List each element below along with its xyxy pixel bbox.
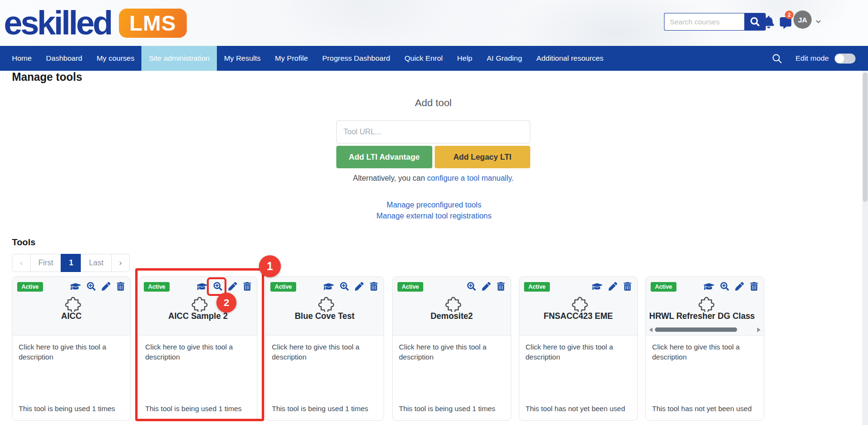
nav-item-dashboard[interactable]: Dashboard <box>39 46 89 71</box>
tool-title[interactable]: Demosite2 <box>393 311 511 321</box>
nav-item-quick-enrol[interactable]: Quick Enrol <box>397 46 450 71</box>
tool-description[interactable]: Click here to give this tool a descripti… <box>399 342 505 362</box>
user-avatar[interactable]: JA <box>793 11 812 29</box>
tool-card: Active Blue Cove Test Click here to give… <box>265 276 384 421</box>
zoom-icon[interactable] <box>340 282 349 291</box>
page-scrollbar-thumb[interactable] <box>863 73 868 202</box>
messages-icon[interactable] <box>780 17 792 31</box>
tool-card-header: Active HRWL Refresher DG Class <box>646 277 764 336</box>
delete-icon[interactable] <box>750 282 758 291</box>
pagination-prev-button[interactable]: ‹ <box>12 254 31 272</box>
configure-tool-manually-link[interactable]: configure a tool manually. <box>427 174 514 182</box>
nav-item-progress-dashboard[interactable]: Progress Dashboard <box>315 46 397 71</box>
tool-card-header: Active FNSACC423 EME <box>519 277 637 336</box>
tool-title[interactable]: Blue Cove Test <box>266 311 384 321</box>
delete-icon[interactable] <box>117 282 125 291</box>
search-input[interactable] <box>664 13 744 31</box>
tool-description[interactable]: Click here to give this tool a descripti… <box>145 342 252 362</box>
tool-card: Active AICC Sample 2 Click here to give … <box>139 276 257 421</box>
tool-usage: This tool has not yet been used <box>652 404 762 413</box>
zoom-icon[interactable] <box>720 282 729 291</box>
manage-preconfigured-tools-link[interactable]: Manage preconfigured tools <box>0 199 868 210</box>
nav-item-my-results[interactable]: My Results <box>217 46 268 71</box>
edit-icon[interactable] <box>228 282 237 291</box>
notifications-bell-icon[interactable] <box>763 16 774 30</box>
delete-icon[interactable] <box>497 282 505 291</box>
eskilled-logo[interactable]: eskilled LMS <box>4 1 187 45</box>
tool-description[interactable]: Click here to give this tool a descripti… <box>525 342 632 362</box>
tools-heading: Tools <box>12 237 35 248</box>
add-tool-section: Add tool Add LTI Advantage Add Legacy LT… <box>336 97 530 183</box>
delete-icon[interactable] <box>623 282 632 291</box>
pagination-last-button[interactable]: Last <box>81 254 111 272</box>
nav-search-icon[interactable] <box>772 54 782 64</box>
scrollbar-thumb[interactable] <box>655 327 737 332</box>
nav-item-help[interactable]: Help <box>450 46 480 71</box>
tool-description[interactable]: Click here to give this tool a descripti… <box>652 342 759 362</box>
course-icon[interactable] <box>70 282 81 291</box>
nav-item-my-profile[interactable]: My Profile <box>268 46 315 71</box>
course-icon[interactable] <box>197 282 207 291</box>
main-navigation: HomeDashboardMy coursesSite administrati… <box>0 46 868 71</box>
edit-icon[interactable] <box>735 282 744 291</box>
add-lti-advantage-button[interactable]: Add LTI Advantage <box>336 146 432 168</box>
puzzle-piece-icon <box>12 292 130 312</box>
course-icon[interactable] <box>704 282 714 291</box>
annotation-step-1: 1 <box>259 255 281 277</box>
tool-title[interactable]: AICC Sample 2 <box>139 311 257 321</box>
course-search <box>664 13 766 31</box>
edit-icon[interactable] <box>102 282 110 291</box>
status-badge: Active <box>651 282 676 292</box>
pagination-next-button[interactable]: › <box>111 254 130 272</box>
tool-url-input[interactable] <box>336 120 530 143</box>
nav-item-home[interactable]: Home <box>5 46 39 71</box>
logo-text: eskilled <box>4 1 111 45</box>
edit-icon[interactable] <box>482 282 491 291</box>
edit-icon[interactable] <box>609 282 617 291</box>
nav-items: HomeDashboardMy coursesSite administrati… <box>5 46 611 71</box>
edit-mode-label: Edit mode <box>795 54 829 63</box>
tool-usage: This tool is being used 1 times <box>399 404 509 413</box>
edit-mode-toggle[interactable] <box>835 54 856 64</box>
status-badge: Active <box>524 282 550 292</box>
page-scrollbar[interactable] <box>862 71 868 425</box>
tool-card: Active FNSACC423 EME Click here to give … <box>519 276 638 421</box>
course-icon[interactable] <box>323 282 334 291</box>
tool-usage: This tool is being used 1 times <box>272 404 382 413</box>
delete-icon[interactable] <box>243 282 251 291</box>
pagination-current-page[interactable]: 1 <box>61 254 81 272</box>
nav-item-additional-resources[interactable]: Additional resources <box>529 46 611 71</box>
puzzle-piece-icon <box>519 292 637 312</box>
user-menu-chevron-icon[interactable] <box>815 18 822 27</box>
tool-title[interactable]: HRWL Refresher DG Class <box>646 311 764 321</box>
tool-title[interactable]: FNSACC423 EME <box>519 311 637 321</box>
puzzle-piece-icon <box>393 292 511 312</box>
delete-icon[interactable] <box>370 282 378 291</box>
zoom-icon[interactable] <box>214 282 222 291</box>
manage-external-tool-registrations-link[interactable]: Manage external tool registrations <box>0 210 868 221</box>
logo-lms-badge: LMS <box>119 9 187 38</box>
puzzle-piece-icon <box>139 292 257 312</box>
nav-item-my-courses[interactable]: My courses <box>89 46 141 71</box>
nav-item-site-administration[interactable]: Site administration <box>141 46 217 71</box>
tool-usage: This tool has not yet been used <box>525 404 635 413</box>
tool-description[interactable]: Click here to give this tool a descripti… <box>272 342 378 362</box>
scroll-right-arrow-icon[interactable] <box>757 327 761 332</box>
puzzle-piece-icon <box>646 292 764 312</box>
edit-icon[interactable] <box>355 282 364 291</box>
zoom-icon[interactable] <box>467 282 476 291</box>
title-scrollbar[interactable] <box>649 327 761 333</box>
pagination: ‹ First 1 Last › <box>12 254 130 272</box>
tool-title[interactable]: AICC <box>12 311 130 321</box>
status-badge: Active <box>144 282 170 292</box>
add-legacy-lti-button[interactable]: Add Legacy LTI <box>435 146 531 168</box>
scroll-left-arrow-icon[interactable] <box>649 327 653 332</box>
manage-links: Manage preconfigured tools Manage extern… <box>0 199 868 221</box>
pagination-first-button[interactable]: First <box>30 254 61 272</box>
card-icons <box>197 282 251 291</box>
zoom-icon[interactable] <box>87 282 96 291</box>
alternative-prefix: Alternatively, you can <box>353 174 427 182</box>
tool-description[interactable]: Click here to give this tool a descripti… <box>19 342 125 362</box>
course-icon[interactable] <box>592 282 602 291</box>
nav-item-ai-grading[interactable]: AI Grading <box>480 46 529 71</box>
